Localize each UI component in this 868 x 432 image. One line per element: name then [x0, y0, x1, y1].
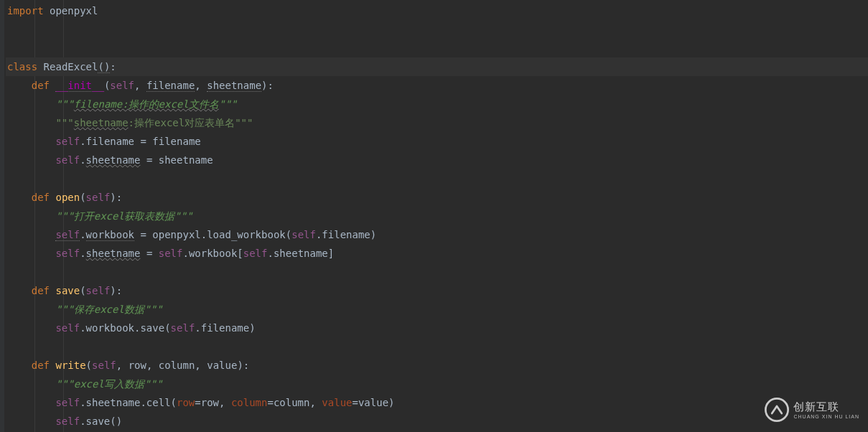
self: self: [92, 360, 116, 371]
string-text: :操作excel对应表单名: [129, 117, 235, 128]
comma: ,: [195, 360, 207, 371]
keyword: def: [32, 192, 50, 203]
parameter: sheetname: [207, 80, 261, 92]
call: .save(): [80, 415, 122, 427]
self: self: [171, 322, 195, 334]
docstring-quote: """: [144, 304, 162, 315]
watermark-py: CHUANG XIN HU LIAN: [793, 414, 859, 419]
dot: .: [80, 154, 85, 166]
keyword: import: [7, 5, 44, 17]
attribute: sheetname: [86, 154, 141, 166]
code-line[interactable]: self.sheetname = sheetname: [6, 151, 868, 169]
parameter: row: [129, 360, 146, 371]
keyword: def: [32, 285, 50, 296]
comma: ,: [219, 397, 231, 408]
self: self: [55, 248, 80, 259]
code-line[interactable]: """filename:操作的excel文件名""": [6, 95, 868, 113]
colon: :: [110, 61, 116, 72]
code-area[interactable]: import openpyxl class ReadExcel(): def _…: [6, 1, 868, 431]
code-line-blank[interactable]: [6, 39, 868, 57]
code-line[interactable]: def __init__(self, filename, sheetname):: [6, 76, 868, 95]
code-line[interactable]: self.workbook = openpyxl.load_workbook(s…: [6, 225, 868, 244]
kwarg: column: [231, 397, 268, 408]
self: self: [55, 229, 80, 241]
dot: .: [80, 248, 85, 259]
method-name: __init__: [55, 80, 103, 92]
keyword: def: [32, 80, 50, 91]
attribute: .sheetname]: [267, 248, 334, 259]
dot: .: [80, 136, 85, 147]
method-name: write: [55, 360, 85, 371]
paren: (): [98, 61, 110, 73]
code-line[interactable]: def write(self, row, column, value):: [6, 356, 868, 375]
call: .sheetname.cell(: [80, 397, 177, 408]
code-line[interactable]: """sheetname:操作excel对应表单名""": [6, 113, 868, 132]
code-line[interactable]: self.sheetname.cell(row=row, column=colu…: [6, 393, 868, 412]
docstring-quote: """: [219, 98, 237, 110]
paren: (: [80, 285, 85, 296]
comma: ,: [116, 360, 129, 371]
code-line[interactable]: def save(self):: [6, 281, 868, 300]
code-line[interactable]: self.save(): [6, 412, 868, 431]
self: self: [86, 285, 111, 296]
call: openpyxl.load_workbook(: [152, 229, 291, 240]
code-line-blank[interactable]: [6, 20, 868, 39]
keyword: def: [32, 360, 50, 371]
keyword: class: [7, 61, 37, 72]
identifier: sheetname: [159, 154, 213, 166]
docstring-text: 保存excel数据: [74, 304, 144, 315]
attribute: .filename): [195, 322, 255, 334]
code-line[interactable]: def open(self):: [6, 188, 868, 207]
code-line[interactable]: self.filename = filename: [6, 132, 868, 151]
code-line[interactable]: """打开excel获取表数据""": [6, 207, 868, 225]
code-line[interactable]: import openpyxl: [6, 1, 868, 20]
call: .workbook.save(: [80, 322, 170, 334]
code-line-blank[interactable]: [6, 169, 868, 188]
self: self: [55, 415, 80, 427]
self: self: [243, 248, 268, 259]
equals: =: [134, 229, 152, 240]
comma: ,: [146, 360, 159, 371]
attribute: .workbook[: [182, 248, 243, 259]
docstring-text: 打开excel获取表数据: [74, 210, 174, 222]
code-line-blank[interactable]: [6, 263, 868, 281]
identifier: filename: [152, 136, 200, 147]
equals: =: [140, 248, 158, 259]
self: self: [159, 248, 183, 259]
comma: ,: [134, 80, 146, 91]
arg: =column: [267, 397, 309, 408]
docstring-quote: """: [55, 210, 73, 222]
attribute: filename): [322, 229, 376, 240]
code-line-blank[interactable]: [6, 337, 868, 356]
watermark-text: 创新互联 CHUANG XIN HU LIAN: [793, 401, 859, 419]
code-line[interactable]: self.workbook.save(self.filename): [6, 319, 868, 337]
self: self: [55, 322, 80, 334]
paren: ):: [261, 80, 274, 91]
kwarg: value: [322, 397, 352, 408]
editor-gutter: [0, 0, 4, 432]
code-line[interactable]: self.sheetname = self.workbook[self.shee…: [6, 244, 868, 263]
code-line[interactable]: """保存excel数据""": [6, 300, 868, 319]
string-quote: """: [235, 117, 253, 128]
paren: (: [86, 360, 92, 371]
attribute: filename: [86, 136, 134, 147]
code-line[interactable]: class ReadExcel():: [6, 57, 868, 76]
docstring-quote: """: [174, 210, 192, 222]
parameter: column: [159, 360, 195, 371]
comma: ,: [195, 80, 207, 91]
docstring-quote: """: [55, 304, 73, 315]
code-line[interactable]: """excel写入数据""": [6, 375, 868, 393]
method-name: open: [55, 192, 80, 203]
equals: =: [134, 136, 152, 147]
self: self: [110, 80, 134, 91]
dot: .: [80, 229, 85, 240]
self: self: [55, 397, 80, 408]
self: self: [55, 154, 80, 166]
watermark-cn: 创新互联: [793, 401, 859, 412]
code-editor[interactable]: import openpyxl class ReadExcel(): def _…: [0, 0, 868, 432]
arg: =row: [195, 397, 219, 408]
docstring-text: excel写入数据: [74, 378, 144, 390]
docstring-quote: """: [144, 378, 162, 390]
docstring-quote: """: [55, 378, 73, 390]
logo-icon: [765, 398, 789, 422]
